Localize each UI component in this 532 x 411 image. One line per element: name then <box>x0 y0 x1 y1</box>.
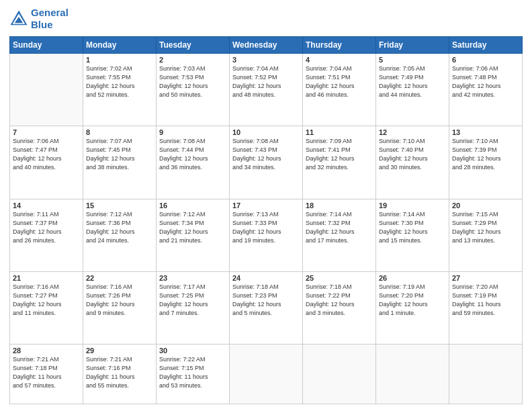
day-number: 2 <box>159 56 226 64</box>
day-info: Sunrise: 7:14 AM Sunset: 7:32 PM Dayligh… <box>306 210 373 245</box>
day-number: 18 <box>306 201 373 210</box>
calendar-cell: 6Sunrise: 7:06 AM Sunset: 7:48 PM Daylig… <box>449 54 523 126</box>
day-info: Sunrise: 7:10 AM Sunset: 7:40 PM Dayligh… <box>379 137 446 172</box>
day-info: Sunrise: 7:04 AM Sunset: 7:52 PM Dayligh… <box>232 64 300 99</box>
weekday-header-monday: Monday <box>83 37 157 54</box>
weekday-header-sunday: Sunday <box>10 37 83 54</box>
calendar-cell: 27Sunrise: 7:20 AM Sunset: 7:19 PM Dayli… <box>449 271 523 344</box>
calendar-cell: 8Sunrise: 7:07 AM Sunset: 7:45 PM Daylig… <box>83 126 157 199</box>
day-number: 15 <box>86 201 153 210</box>
calendar-cell: 21Sunrise: 7:16 AM Sunset: 7:27 PM Dayli… <box>10 271 83 344</box>
day-number: 28 <box>13 347 80 355</box>
calendar-cell: 1Sunrise: 7:02 AM Sunset: 7:55 PM Daylig… <box>83 54 157 126</box>
day-info: Sunrise: 7:10 AM Sunset: 7:39 PM Dayligh… <box>452 137 519 172</box>
day-info: Sunrise: 7:19 AM Sunset: 7:20 PM Dayligh… <box>379 283 446 318</box>
week-row-1: 1Sunrise: 7:02 AM Sunset: 7:55 PM Daylig… <box>10 54 523 126</box>
day-info: Sunrise: 7:20 AM Sunset: 7:19 PM Dayligh… <box>452 283 519 318</box>
day-info: Sunrise: 7:07 AM Sunset: 7:45 PM Dayligh… <box>86 137 153 172</box>
day-number: 8 <box>86 128 153 136</box>
day-info: Sunrise: 7:06 AM Sunset: 7:48 PM Dayligh… <box>452 64 519 99</box>
calendar-cell <box>303 345 376 404</box>
day-info: Sunrise: 7:04 AM Sunset: 7:51 PM Dayligh… <box>306 64 373 99</box>
calendar-cell: 18Sunrise: 7:14 AM Sunset: 7:32 PM Dayli… <box>303 199 376 271</box>
day-number: 16 <box>159 201 226 210</box>
day-number: 23 <box>159 274 226 282</box>
day-number: 17 <box>232 201 300 210</box>
day-info: Sunrise: 7:02 AM Sunset: 7:55 PM Dayligh… <box>86 64 153 99</box>
page: General Blue SundayMondayTuesdayWednesda… <box>0 0 532 411</box>
calendar-cell <box>10 54 83 126</box>
day-number: 20 <box>452 201 519 210</box>
day-info: Sunrise: 7:13 AM Sunset: 7:33 PM Dayligh… <box>232 210 300 245</box>
logo-general: General <box>31 7 69 18</box>
calendar-cell: 25Sunrise: 7:18 AM Sunset: 7:22 PM Dayli… <box>303 271 376 344</box>
day-info: Sunrise: 7:14 AM Sunset: 7:30 PM Dayligh… <box>379 210 446 245</box>
calendar-cell: 12Sunrise: 7:10 AM Sunset: 7:40 PM Dayli… <box>376 126 449 199</box>
day-info: Sunrise: 7:08 AM Sunset: 7:43 PM Dayligh… <box>232 137 300 172</box>
calendar-cell: 24Sunrise: 7:18 AM Sunset: 7:23 PM Dayli… <box>230 271 303 344</box>
weekday-header-row: SundayMondayTuesdayWednesdayThursdayFrid… <box>10 37 523 54</box>
week-row-5: 28Sunrise: 7:21 AM Sunset: 7:18 PM Dayli… <box>10 345 523 404</box>
calendar-cell: 17Sunrise: 7:13 AM Sunset: 7:33 PM Dayli… <box>230 199 303 271</box>
day-number: 9 <box>159 128 226 136</box>
day-number: 12 <box>379 128 446 136</box>
calendar-cell: 13Sunrise: 7:10 AM Sunset: 7:39 PM Dayli… <box>449 126 523 199</box>
calendar-cell <box>449 345 523 404</box>
calendar-cell: 29Sunrise: 7:21 AM Sunset: 7:16 PM Dayli… <box>83 345 157 404</box>
day-info: Sunrise: 7:12 AM Sunset: 7:34 PM Dayligh… <box>159 210 226 245</box>
day-info: Sunrise: 7:21 AM Sunset: 7:18 PM Dayligh… <box>13 355 80 390</box>
day-info: Sunrise: 7:11 AM Sunset: 7:37 PM Dayligh… <box>13 210 80 245</box>
day-number: 19 <box>379 201 446 210</box>
calendar-cell: 19Sunrise: 7:14 AM Sunset: 7:30 PM Dayli… <box>376 199 449 271</box>
calendar-cell: 11Sunrise: 7:09 AM Sunset: 7:41 PM Dayli… <box>303 126 376 199</box>
calendar-cell: 2Sunrise: 7:03 AM Sunset: 7:53 PM Daylig… <box>157 54 230 126</box>
calendar-cell: 7Sunrise: 7:06 AM Sunset: 7:47 PM Daylig… <box>10 126 83 199</box>
day-number: 22 <box>86 274 153 282</box>
calendar-cell: 30Sunrise: 7:22 AM Sunset: 7:15 PM Dayli… <box>157 345 230 404</box>
week-row-3: 14Sunrise: 7:11 AM Sunset: 7:37 PM Dayli… <box>10 199 523 271</box>
calendar-cell: 26Sunrise: 7:19 AM Sunset: 7:20 PM Dayli… <box>376 271 449 344</box>
day-info: Sunrise: 7:18 AM Sunset: 7:22 PM Dayligh… <box>306 283 373 318</box>
logo: General Blue <box>9 7 69 31</box>
day-number: 30 <box>159 347 226 355</box>
day-number: 26 <box>379 274 446 282</box>
calendar-cell: 16Sunrise: 7:12 AM Sunset: 7:34 PM Dayli… <box>157 199 230 271</box>
day-number: 25 <box>306 274 373 282</box>
day-number: 14 <box>13 201 80 210</box>
calendar-cell: 15Sunrise: 7:12 AM Sunset: 7:36 PM Dayli… <box>83 199 157 271</box>
day-number: 10 <box>232 128 300 136</box>
day-number: 11 <box>306 128 373 136</box>
day-number: 21 <box>13 274 80 282</box>
weekday-header-thursday: Thursday <box>303 37 376 54</box>
weekday-header-wednesday: Wednesday <box>230 37 303 54</box>
day-number: 24 <box>232 274 300 282</box>
day-info: Sunrise: 7:08 AM Sunset: 7:44 PM Dayligh… <box>159 137 226 172</box>
day-number: 27 <box>452 274 519 282</box>
calendar-cell: 14Sunrise: 7:11 AM Sunset: 7:37 PM Dayli… <box>10 199 83 271</box>
week-row-4: 21Sunrise: 7:16 AM Sunset: 7:27 PM Dayli… <box>10 271 523 344</box>
day-info: Sunrise: 7:05 AM Sunset: 7:49 PM Dayligh… <box>379 64 446 99</box>
calendar-cell: 28Sunrise: 7:21 AM Sunset: 7:18 PM Dayli… <box>10 345 83 404</box>
logo-blue: Blue <box>31 19 69 31</box>
day-info: Sunrise: 7:03 AM Sunset: 7:53 PM Dayligh… <box>159 64 226 99</box>
calendar-cell: 10Sunrise: 7:08 AM Sunset: 7:43 PM Dayli… <box>230 126 303 199</box>
day-number: 29 <box>86 347 153 355</box>
weekday-header-tuesday: Tuesday <box>157 37 230 54</box>
calendar-cell: 9Sunrise: 7:08 AM Sunset: 7:44 PM Daylig… <box>157 126 230 199</box>
day-info: Sunrise: 7:16 AM Sunset: 7:26 PM Dayligh… <box>86 283 153 318</box>
calendar-cell: 22Sunrise: 7:16 AM Sunset: 7:26 PM Dayli… <box>83 271 157 344</box>
day-info: Sunrise: 7:21 AM Sunset: 7:16 PM Dayligh… <box>86 355 153 390</box>
day-info: Sunrise: 7:22 AM Sunset: 7:15 PM Dayligh… <box>159 355 226 390</box>
day-number: 7 <box>13 128 80 136</box>
calendar-cell: 5Sunrise: 7:05 AM Sunset: 7:49 PM Daylig… <box>376 54 449 126</box>
day-number: 3 <box>232 56 300 64</box>
day-number: 4 <box>306 56 373 64</box>
calendar-cell: 3Sunrise: 7:04 AM Sunset: 7:52 PM Daylig… <box>230 54 303 126</box>
calendar-cell: 20Sunrise: 7:15 AM Sunset: 7:29 PM Dayli… <box>449 199 523 271</box>
day-number: 5 <box>379 56 446 64</box>
calendar-cell <box>376 345 449 404</box>
weekday-header-saturday: Saturday <box>449 37 523 54</box>
day-info: Sunrise: 7:16 AM Sunset: 7:27 PM Dayligh… <box>13 283 80 318</box>
day-info: Sunrise: 7:17 AM Sunset: 7:25 PM Dayligh… <box>159 283 226 318</box>
day-number: 1 <box>86 56 153 64</box>
